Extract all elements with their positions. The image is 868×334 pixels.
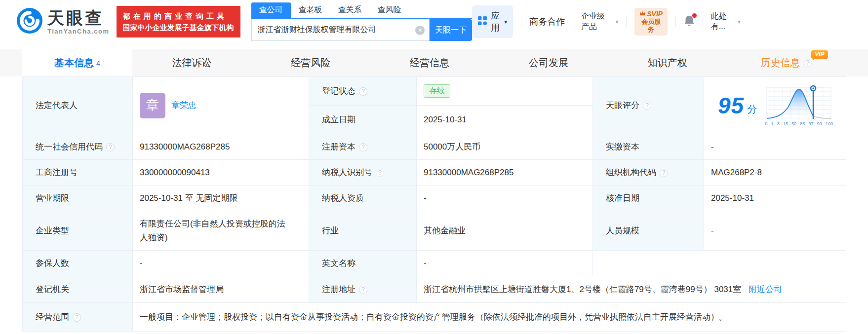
field-value-score: 95 分 xyxy=(704,77,846,134)
svip-sublabel: 会员服务 xyxy=(639,18,663,34)
svip-membership-button[interactable]: SVIP 会员服务 xyxy=(634,8,668,36)
field-value-reg-number: 330000000090413 xyxy=(133,160,309,186)
field-value-reg-authority: 浙江省市场监督管理局 xyxy=(133,276,309,303)
chevron-down-icon: ▾ xyxy=(738,18,741,25)
search-tabs: 查公司 查老板 查关系 查风险 xyxy=(251,2,473,19)
basic-info-card: 法定代表人 章 章荣忠 登记状态? 存续 天眼评分? 95 分 xyxy=(22,76,846,332)
help-icon[interactable]: ? xyxy=(106,143,115,151)
top-nav: 应用 ▾ 商务合作 企业级产品 ▾ SVIP 会员服务 xyxy=(472,5,741,38)
field-label-insured-count: 参保人数 xyxy=(23,251,133,276)
field-value-taxpayer-id: 91330000MAG268P285 xyxy=(417,160,593,186)
help-icon[interactable]: ? xyxy=(643,102,651,110)
divider xyxy=(675,16,676,27)
svip-label: SVIP xyxy=(647,10,663,18)
field-value-staff-size: - xyxy=(704,211,846,251)
tab-company-development[interactable]: 公司发展 xyxy=(489,49,608,76)
field-value-english-name: - xyxy=(417,251,593,276)
field-label-credit-code: 统一社会信用代码? xyxy=(23,134,133,160)
apps-grid-icon xyxy=(478,16,487,27)
brand-domain: TianYanCha.com xyxy=(47,28,110,35)
field-label-business-scope: 经营范围? xyxy=(23,303,133,332)
field-value-approval-date: 2025-10-31 xyxy=(704,186,846,211)
notifications-bell-icon[interactable] xyxy=(684,15,695,29)
field-label-reg-capital: 注册资本? xyxy=(309,134,417,160)
tab-legal-litigation[interactable]: 法律诉讼 xyxy=(132,49,251,76)
score-chart: 01 315 5085 9799 100 xyxy=(765,84,833,126)
tianyancha-logo-icon xyxy=(17,8,42,36)
score-chart-ticks: 01 315 5085 9799 100 xyxy=(765,121,833,126)
field-label-staff-size: 人员规模 xyxy=(593,211,704,251)
tab-operating-info[interactable]: 经营信息 xyxy=(370,49,489,76)
field-value-reg-address: 浙江省杭州市拱墅区上塘街道胜磐大厦1、2号楼（仁霞路79号、霞湾巷99号） 30… xyxy=(417,276,846,303)
field-value-insured-count: - xyxy=(133,251,309,276)
legal-rep-name-link[interactable]: 章荣忠 xyxy=(171,100,197,111)
field-value-est-date: 2025-10-31 xyxy=(417,106,593,134)
field-label-taxpayer-id: 纳税人识别号? xyxy=(309,160,417,186)
field-label-org-code: 组织机构代码? xyxy=(593,160,704,186)
score-value: 95 xyxy=(718,92,744,119)
status-badge: 存续 xyxy=(424,84,450,98)
tianyancha-logo[interactable]: 天眼查 TianYanCha.com xyxy=(17,8,110,36)
search-tab-relation[interactable]: 查关系 xyxy=(330,2,370,18)
search-input[interactable] xyxy=(251,19,430,41)
divider xyxy=(521,16,521,27)
field-label-approval-date: 核准日期 xyxy=(593,186,704,211)
tab-label: 基本信息 xyxy=(54,56,94,70)
enterprise-label: 企业级产品 xyxy=(581,11,612,32)
search-tab-risk[interactable]: 查风险 xyxy=(370,2,409,18)
vip-badge: VIP xyxy=(811,50,828,59)
tab-intellectual-property[interactable]: 知识产权 xyxy=(608,49,727,76)
field-label-biz-term: 营业期限 xyxy=(23,186,133,211)
help-icon[interactable]: ? xyxy=(359,143,367,151)
help-icon[interactable]: ? xyxy=(660,169,668,177)
field-label-reg-number: 工商注册号 xyxy=(23,160,133,186)
chevron-down-icon: ▾ xyxy=(504,18,507,25)
search-area: 查公司 查老板 查关系 查风险 ✕ 天眼一下 xyxy=(251,2,473,41)
apps-menu[interactable]: 应用 ▾ xyxy=(472,5,513,38)
legal-rep-avatar[interactable]: 章 xyxy=(140,93,165,118)
nearby-companies-link[interactable]: 附近公司 xyxy=(749,285,782,294)
search-tab-company[interactable]: 查公司 xyxy=(251,2,291,18)
field-value-industry: 其他金融业 xyxy=(417,211,593,251)
field-label-reg-authority: 登记机关 xyxy=(23,276,133,303)
field-value-company-type: 有限责任公司(非自然人投资或控股的法人独资) xyxy=(133,211,309,251)
divider xyxy=(573,16,573,27)
empty-cell xyxy=(593,251,846,276)
field-value-reg-status: 存续 xyxy=(417,77,593,106)
nav-enterprise-products[interactable]: 企业级产品 ▾ xyxy=(581,11,618,32)
tab-basic-info[interactable]: 基本信息 4 xyxy=(22,49,132,76)
section-tabbar: 基本信息 4 法律诉讼 经营风险 经营信息 公司发展 知识产权 VIP 历史信息… xyxy=(0,49,868,76)
slogan-banner: 都 在 用 的 商 业 查 询 工 具 国家中小企业发展子基金旗下机构 xyxy=(117,6,240,37)
help-icon[interactable]: ? xyxy=(73,313,81,322)
company-info-table: 法定代表人 章 章荣忠 登记状态? 存续 天眼评分? 95 分 xyxy=(22,76,846,332)
help-icon[interactable]: ? xyxy=(359,286,367,294)
help-icon[interactable]: ? xyxy=(359,87,367,96)
field-label-paid-capital: 实缴资本 xyxy=(593,134,704,160)
divider xyxy=(626,16,627,27)
field-value-credit-code: 91330000MAG268P285 xyxy=(133,134,309,160)
tab-history-info[interactable]: VIP 历史信息 ? xyxy=(727,49,846,76)
user-name: 此处有... xyxy=(711,11,735,32)
chevron-down-icon: ▾ xyxy=(615,18,618,25)
score-unit: 分 xyxy=(747,103,757,116)
header: 天眼查 TianYanCha.com 都 在 用 的 商 业 查 询 工 具 国… xyxy=(0,0,868,43)
help-icon[interactable]: ? xyxy=(376,169,384,177)
field-label-company-type: 企业类型 xyxy=(23,211,133,251)
slogan-line1: 都 在 用 的 商 业 查 询 工 具 xyxy=(123,10,234,22)
notification-dot xyxy=(692,13,697,18)
divider xyxy=(703,16,703,27)
help-icon[interactable]: ? xyxy=(804,59,812,67)
field-value-business-scope: 一般项目：企业管理；股权投资；以自有资金从事投资活动；自有资金投资的资产管理服务… xyxy=(133,303,846,332)
tab-operating-risk[interactable]: 经营风险 xyxy=(251,49,370,76)
field-label-legal-rep: 法定代表人 xyxy=(23,77,133,134)
search-tab-boss[interactable]: 查老板 xyxy=(291,2,330,18)
search-button[interactable]: 天眼一下 xyxy=(430,19,472,41)
nav-business-cooperation[interactable]: 商务合作 xyxy=(529,16,565,28)
field-label-reg-status: 登记状态? xyxy=(309,77,417,106)
field-value-legal-rep: 章 章荣忠 xyxy=(133,77,309,134)
field-label-reg-address: 注册地址? xyxy=(309,276,417,303)
user-account-menu[interactable]: 此处有... ▾ xyxy=(711,11,741,32)
brand-name: 天眼查 xyxy=(47,9,110,27)
field-label-taxpayer-qual: 纳税人资质 xyxy=(309,186,417,211)
crown-icon xyxy=(639,10,646,18)
